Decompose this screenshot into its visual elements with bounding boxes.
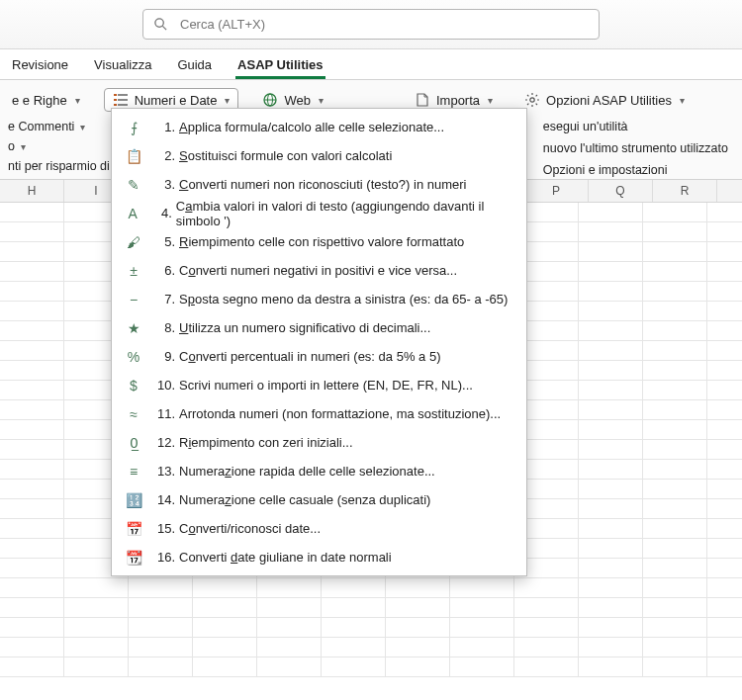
grid-row[interactable] [0, 598, 742, 618]
grid-row[interactable] [0, 657, 742, 677]
menu-label: Converti date giuliane in date normali [179, 550, 392, 565]
menu-item-4[interactable]: A4.Cambia valori in valori di testo (agg… [112, 199, 526, 227]
search-placeholder: Cerca (ALT+X) [180, 17, 265, 32]
chevron-down-icon: ▾ [488, 95, 493, 106]
menu-label: Numerazione celle casuale (senza duplica… [179, 492, 430, 507]
menu-label: Applica formula/calcolo alle celle selez… [179, 120, 444, 134]
menu-icon: 📅 [124, 521, 143, 537]
menu-item-2[interactable]: 📋2.Sostituisci formule con valori calcol… [112, 141, 526, 170]
numeri-date-menu: ⨍1.Applica formula/calcolo alle celle se… [111, 108, 527, 576]
svg-rect-5 [118, 99, 128, 101]
menu-label: Sposta segno meno da destra a sinistra (… [179, 292, 508, 306]
menu-icon: 🖌 [124, 234, 143, 250]
menu-label: Riempimento celle con rispettivo valore … [179, 234, 464, 249]
menu-label: Converti numeri negativi in positivi e v… [179, 263, 457, 278]
menu-icon: A [124, 206, 141, 221]
svg-point-11 [530, 98, 534, 102]
svg-rect-6 [114, 104, 117, 106]
grid-row[interactable] [0, 578, 742, 598]
menu-label: Converti/riconosci date... [179, 521, 321, 536]
svg-rect-4 [114, 99, 117, 101]
menu-label: Scrivi numeri o importi in lettere (EN, … [179, 378, 473, 393]
right-esegui[interactable]: esegui un'utilità [543, 120, 728, 133]
search-icon [153, 17, 168, 32]
ribbon-colonne-righe[interactable]: e e Righe▾ [4, 90, 88, 111]
menu-icon: ★ [124, 320, 143, 336]
menu-item-13[interactable]: ≡13.Numerazione rapida delle celle selez… [112, 457, 526, 485]
svg-rect-7 [118, 104, 128, 106]
col-P[interactable]: P [524, 180, 589, 202]
menu-item-12[interactable]: 0̲12.Riempimento con zeri iniziali... [112, 428, 526, 457]
svg-point-0 [155, 19, 163, 27]
menu-icon: ✎ [124, 177, 143, 193]
chevron-down-icon: ▾ [75, 95, 80, 106]
menu-icon: ⨍ [124, 120, 143, 135]
ribbon-o[interactable]: o▾ [8, 139, 26, 153]
grid-row[interactable] [0, 638, 742, 657]
tab-guida[interactable]: Guida [175, 51, 214, 79]
menu-label: Converti numeri non riconosciuti (testo?… [179, 177, 466, 192]
menu-item-9[interactable]: %9.Converti percentuali in numeri (es: d… [112, 342, 526, 371]
menu-icon: % [124, 349, 143, 365]
menu-label: Riempimento con zeri iniziali... [179, 435, 353, 450]
right-ultimo[interactable]: nuovo l'ultimo strumento utilizzato [543, 141, 728, 155]
menu-item-7[interactable]: −7.Sposta segno meno da destra a sinistr… [112, 285, 526, 313]
menu-label: Converti percentuali in numeri (es: da 5… [179, 349, 440, 364]
import-icon [415, 92, 430, 108]
gear-icon [524, 92, 540, 108]
menu-item-11[interactable]: ≈11.Arrotonda numeri (non formattazione,… [112, 399, 526, 428]
col-R[interactable]: R [653, 180, 717, 202]
tab-revisione[interactable]: Revisione [10, 51, 70, 79]
menu-item-10[interactable]: $10.Scrivi numeri o importi in lettere (… [112, 371, 526, 399]
col-Q[interactable]: Q [589, 180, 653, 202]
svg-line-1 [162, 26, 166, 30]
menu-item-3[interactable]: ✎3.Converti numeri non riconosciuti (tes… [112, 170, 526, 199]
list-number-icon [113, 92, 129, 108]
chevron-down-icon: ▾ [680, 95, 685, 106]
ribbon-opzioni-asap[interactable]: Opzioni ASAP Utilities▾ [516, 89, 693, 111]
menu-icon: 📋 [124, 148, 143, 164]
menu-item-6[interactable]: ±6.Converti numeri negativi in positivi … [112, 256, 526, 285]
menu-icon: 🔢 [124, 492, 143, 508]
menu-label: Utilizza un numero significativo di deci… [179, 320, 430, 335]
chevron-down-icon: ▾ [225, 95, 230, 106]
col-H[interactable]: H [0, 180, 64, 202]
menu-item-8[interactable]: ★8.Utilizza un numero significativo di d… [112, 313, 526, 342]
menu-icon: ≈ [124, 406, 143, 422]
menu-item-15[interactable]: 📅15.Converti/riconosci date... [112, 514, 526, 543]
menu-label: Sostituisci formule con valori calcolati [179, 148, 392, 163]
ribbon-commenti[interactable]: e Commenti▾ [8, 120, 85, 133]
tab-asap-utilities[interactable]: ASAP Utilities [235, 51, 325, 79]
menu-icon: ≡ [124, 464, 143, 480]
menu-label: Arrotonda numeri (non formattazione, ma … [179, 406, 501, 421]
menu-icon: 0̲ [124, 435, 143, 451]
globe-icon [262, 92, 278, 108]
grid-row[interactable] [0, 618, 742, 638]
menu-item-5[interactable]: 🖌5.Riempimento celle con rispettivo valo… [112, 227, 526, 256]
menu-icon: ± [124, 263, 143, 279]
svg-rect-3 [118, 94, 128, 96]
menu-icon: 📆 [124, 550, 143, 566]
ribbon-risparmio[interactable]: nti per risparmio di t [8, 159, 117, 173]
ribbon-tabs: Revisione Visualizza Guida ASAP Utilitie… [0, 49, 742, 80]
col-S[interactable]: S [717, 180, 742, 202]
right-opzioni[interactable]: Opzioni e impostazioni [543, 163, 728, 177]
search-box[interactable]: Cerca (ALT+X) [142, 9, 600, 40]
menu-icon: $ [124, 378, 143, 394]
tab-visualizza[interactable]: Visualizza [92, 51, 153, 79]
menu-label: Cambia valori in valori di testo (aggiun… [176, 199, 514, 228]
menu-item-14[interactable]: 🔢14.Numerazione celle casuale (senza dup… [112, 485, 526, 514]
menu-item-1[interactable]: ⨍1.Applica formula/calcolo alle celle se… [112, 113, 526, 141]
chevron-down-icon: ▾ [319, 95, 324, 106]
menu-icon: − [124, 292, 143, 307]
menu-item-16[interactable]: 📆16.Converti date giuliane in date norma… [112, 543, 526, 571]
svg-rect-2 [114, 94, 117, 96]
menu-label: Numerazione rapida delle celle seleziona… [179, 464, 435, 479]
